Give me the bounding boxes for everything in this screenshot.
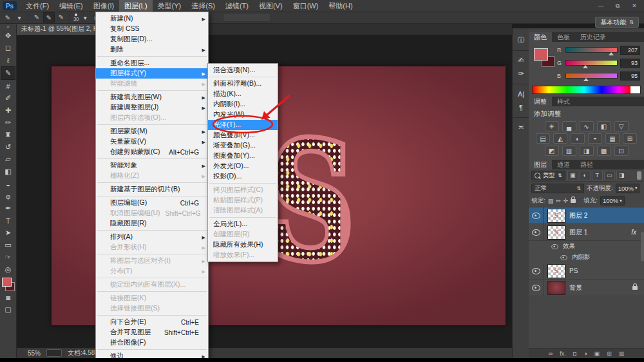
history-brush-tool[interactable]: ↺	[1, 141, 15, 153]
color-lookup-icon[interactable]: ⊞	[623, 133, 637, 144]
submenu-item[interactable]: 全局光(L)...	[208, 219, 278, 229]
layer-row-background[interactable]: 背景	[529, 280, 644, 296]
menu-item[interactable]: 选择链接图层(S) ▶	[96, 303, 208, 314]
hue-saturation-icon[interactable]: ▤	[536, 133, 550, 144]
menu-item[interactable]: 复制图层(D)... ▶	[96, 34, 208, 44]
green-value[interactable]: 93	[620, 59, 640, 68]
new-layer-icon[interactable]: ⊞	[607, 350, 612, 357]
layer-name[interactable]: 图层 1	[569, 228, 587, 237]
menu-item[interactable]: 新建填充图层(W) ▶	[96, 92, 208, 102]
selective-color-icon[interactable]: ⊡	[614, 146, 629, 156]
invert-icon[interactable]: ◩	[545, 146, 559, 156]
menu-item[interactable]: 合并可见图层 Shift+Ctrl+E ▶	[96, 327, 208, 338]
brightness-contrast-icon[interactable]: ☀	[545, 121, 559, 131]
layer-name[interactable]: 背景	[569, 283, 582, 292]
visibility-toggle[interactable]	[529, 224, 544, 240]
eye-icon[interactable]	[551, 244, 558, 249]
minimize-button[interactable]: —	[592, 1, 609, 11]
submenu-item[interactable]: 颜色叠加(V)...	[208, 130, 278, 140]
new-group-icon[interactable]: ▣	[594, 350, 600, 357]
info-panel-icon[interactable]: ⓘ	[513, 33, 529, 47]
menubar-item[interactable]: 图像(I)	[88, 0, 119, 12]
menu-item[interactable]: 合并形状(H) ▶	[96, 242, 208, 252]
blur-tool[interactable]: ◒	[1, 178, 15, 190]
quick-selection-tool[interactable]: ✎	[1, 66, 15, 80]
filter-type-layers-icon[interactable]: T	[592, 171, 603, 180]
timeline-panel-icon[interactable]: ≍	[513, 117, 529, 134]
curves-icon[interactable]: ∿	[580, 121, 594, 131]
levels-icon[interactable]: ▄	[562, 121, 576, 131]
link-layers-icon[interactable]: ∞	[549, 350, 553, 357]
menu-item[interactable]: 取消图层编组(U) Shift+Ctrl+G ▶	[96, 208, 208, 218]
panel-tab[interactable]: 样式	[552, 97, 575, 106]
quick-mask-button[interactable]: ◙	[1, 291, 15, 303]
filter-pixel-layers-icon[interactable]: ▣	[567, 171, 578, 180]
panel-tab[interactable]: 调整	[529, 97, 552, 106]
layer-row-layer1[interactable]: S 图层 1 fx	[529, 224, 644, 241]
menu-item[interactable]: 栅格化(Z) ▶	[96, 171, 208, 181]
submenu-item[interactable]: 光泽(T)...	[208, 120, 278, 130]
document-tab[interactable]: 未标题-1 @ 55%(图层 2, R	[16, 23, 105, 35]
menu-item[interactable]: 复制 CSS ▶	[96, 24, 208, 34]
menu-item[interactable]: 图层编组(G) Ctrl+G ▶	[96, 198, 208, 208]
menu-item[interactable]: 重命名图层... ▶	[96, 58, 208, 68]
filter-smart-objects-icon[interactable]: ◨	[616, 171, 627, 180]
crop-tool[interactable]: #	[1, 80, 15, 92]
menu-item[interactable]: 矢量蒙版(V) ▶	[96, 137, 208, 147]
type-tool[interactable]: T	[1, 214, 15, 227]
restore-button[interactable]: ⧉	[609, 1, 626, 11]
green-slider[interactable]	[565, 60, 618, 66]
menu-item[interactable]: 智能滤镜 ▶	[96, 79, 208, 89]
red-slider[interactable]	[565, 47, 618, 53]
submenu-item[interactable]: 粘贴图层样式(P)	[208, 195, 278, 205]
layer-thumbnail[interactable]	[547, 281, 565, 295]
threshold-icon[interactable]: ◨	[580, 146, 594, 156]
menu-item[interactable]: 智能对象 ▶	[96, 160, 208, 171]
submenu-item[interactable]: 清除图层样式(A)	[208, 205, 278, 216]
clone-stamp-tool[interactable]: ♜	[1, 129, 15, 141]
inner-shadow-effect-row[interactable]: 内阴影	[529, 252, 644, 263]
eraser-tool[interactable]: ▱	[1, 153, 15, 166]
menu-item[interactable]: 新建(N) ▶	[96, 14, 208, 24]
layers-scrollbar[interactable]	[641, 232, 644, 262]
submenu-item[interactable]: 外发光(O)...	[208, 161, 278, 171]
subtract-selection-icon[interactable]: ✎	[56, 12, 66, 21]
screen-mode-button[interactable]: ▢	[1, 303, 15, 316]
blue-slider-handle[interactable]	[583, 78, 589, 81]
submenu-item[interactable]: 拷贝图层样式(C)	[208, 185, 278, 195]
layer-filter-type-select[interactable]: 类型 ⇅	[531, 171, 565, 180]
blue-slider[interactable]	[565, 73, 618, 79]
submenu-item[interactable]: 描边(K)...	[208, 89, 278, 99]
channel-mixer-icon[interactable]: ▦	[605, 133, 620, 144]
lock-pixels-icon[interactable]: ✏	[556, 198, 561, 204]
eye-icon[interactable]	[560, 255, 567, 260]
move-tool[interactable]: ✥	[1, 30, 15, 42]
layer-row-layer2[interactable]: S 图层 2	[529, 207, 644, 224]
menu-item[interactable]: 图层蒙版(M) ▶	[96, 126, 208, 137]
pen-tool[interactable]: ✒	[1, 202, 15, 214]
visibility-toggle[interactable]	[529, 207, 544, 224]
shape-tool[interactable]: ▭	[1, 239, 15, 251]
posterize-icon[interactable]: ▥	[562, 146, 576, 156]
submenu-item[interactable]: 渐变叠加(G)...	[208, 140, 278, 151]
gradient-map-icon[interactable]: ▩	[597, 146, 611, 156]
menu-item[interactable]: 向下合并(E) Ctrl+E ▶	[96, 317, 208, 327]
submenu-item[interactable]: 内发光(W)...	[208, 110, 278, 120]
submenu-item[interactable]: 图案叠加(Y)...	[208, 151, 278, 161]
blue-value[interactable]: 95	[620, 71, 640, 81]
menubar-item[interactable]: 图层(L)	[119, 0, 152, 12]
add-selection-icon[interactable]: ✎	[43, 12, 55, 23]
brush-size-picker[interactable]: 30	[73, 14, 79, 22]
hand-tool[interactable]: ☞	[1, 251, 15, 263]
layer-thumbnail[interactable]: S	[547, 264, 565, 278]
current-tool-icon[interactable]: ✎	[3, 13, 13, 22]
healing-brush-tool[interactable]: ✚	[1, 104, 15, 117]
tool-preset-dropdown-icon[interactable]: ▾	[14, 13, 24, 22]
red-value[interactable]: 207	[620, 46, 640, 55]
menu-item[interactable]: 链接图层(K) ▶	[96, 293, 208, 303]
lock-position-icon[interactable]: ✛	[564, 198, 569, 204]
red-slider-handle[interactable]	[609, 52, 614, 55]
panel-tab[interactable]: 颜色	[529, 32, 552, 42]
menubar-item[interactable]: 滤镜(T)	[220, 0, 254, 12]
brush-panel-icon[interactable]: ✍	[513, 50, 529, 67]
